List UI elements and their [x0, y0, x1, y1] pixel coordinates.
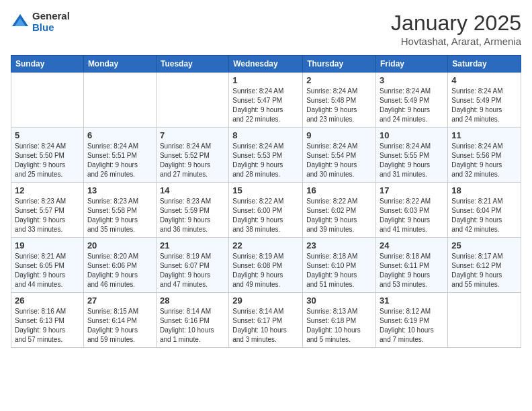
- week-row-5: 26Sunrise: 8:16 AMSunset: 6:13 PMDayligh…: [11, 293, 521, 348]
- day-number: 7: [160, 130, 225, 140]
- day-info: Sunrise: 8:19 AMSunset: 6:08 PMDaylight:…: [232, 252, 299, 289]
- day-number: 27: [87, 295, 152, 306]
- table-row: 27Sunrise: 8:15 AMSunset: 6:14 PMDayligh…: [83, 293, 156, 348]
- day-info: Sunrise: 8:12 AMSunset: 6:19 PMDaylight:…: [380, 307, 444, 345]
- day-number: 26: [15, 295, 80, 306]
- day-info: Sunrise: 8:20 AMSunset: 6:06 PMDaylight:…: [87, 252, 152, 289]
- day-number: 22: [232, 240, 299, 250]
- table-row: 12Sunrise: 8:23 AMSunset: 5:57 PMDayligh…: [11, 183, 84, 238]
- table-row: 6Sunrise: 8:24 AMSunset: 5:51 PMDaylight…: [83, 128, 156, 183]
- table-row: 7Sunrise: 8:24 AMSunset: 5:52 PMDaylight…: [156, 128, 228, 183]
- table-row: 25Sunrise: 8:17 AMSunset: 6:12 PMDayligh…: [448, 238, 521, 293]
- day-info: Sunrise: 8:21 AMSunset: 6:04 PMDaylight:…: [451, 197, 517, 234]
- day-number: 14: [160, 185, 225, 195]
- col-thursday: Thursday: [303, 56, 376, 73]
- day-info: Sunrise: 8:24 AMSunset: 5:54 PMDaylight:…: [306, 142, 372, 179]
- col-saturday: Saturday: [448, 56, 521, 73]
- day-number: 28: [160, 295, 225, 306]
- table-row: 8Sunrise: 8:24 AMSunset: 5:53 PMDaylight…: [229, 128, 303, 183]
- logo-text: General Blue: [32, 11, 70, 33]
- day-number: 29: [232, 295, 299, 306]
- day-info: Sunrise: 8:24 AMSunset: 5:53 PMDaylight:…: [232, 142, 299, 179]
- table-row: 17Sunrise: 8:22 AMSunset: 6:03 PMDayligh…: [376, 183, 448, 238]
- table-row: 11Sunrise: 8:24 AMSunset: 5:56 PMDayligh…: [448, 128, 521, 183]
- table-row: 13Sunrise: 8:23 AMSunset: 5:58 PMDayligh…: [83, 183, 156, 238]
- day-number: 13: [87, 185, 152, 195]
- day-number: 23: [306, 240, 372, 250]
- day-info: Sunrise: 8:24 AMSunset: 5:55 PMDaylight:…: [380, 142, 444, 179]
- table-row: 21Sunrise: 8:19 AMSunset: 6:07 PMDayligh…: [156, 238, 228, 293]
- day-number: 11: [451, 130, 517, 140]
- table-row: 1Sunrise: 8:24 AMSunset: 5:47 PMDaylight…: [229, 73, 303, 128]
- logo: General Blue: [11, 11, 70, 33]
- day-number: 16: [306, 185, 372, 195]
- table-row: 4Sunrise: 8:24 AMSunset: 5:49 PMDaylight…: [448, 73, 521, 128]
- page-header: General Blue January 2025 Hovtashat, Ara…: [11, 11, 521, 47]
- table-row: 9Sunrise: 8:24 AMSunset: 5:54 PMDaylight…: [303, 128, 376, 183]
- table-row: 15Sunrise: 8:22 AMSunset: 6:00 PMDayligh…: [229, 183, 303, 238]
- day-number: 2: [306, 75, 372, 85]
- day-info: Sunrise: 8:21 AMSunset: 6:05 PMDaylight:…: [15, 252, 80, 289]
- day-number: 15: [232, 185, 299, 195]
- table-row: 3Sunrise: 8:24 AMSunset: 5:49 PMDaylight…: [376, 73, 448, 128]
- table-row: 19Sunrise: 8:21 AMSunset: 6:05 PMDayligh…: [11, 238, 84, 293]
- table-row: 10Sunrise: 8:24 AMSunset: 5:55 PMDayligh…: [376, 128, 448, 183]
- table-row: 14Sunrise: 8:23 AMSunset: 5:59 PMDayligh…: [156, 183, 228, 238]
- month-title: January 2025: [391, 11, 521, 36]
- day-number: 31: [380, 295, 444, 306]
- day-number: 12: [15, 185, 80, 195]
- day-info: Sunrise: 8:24 AMSunset: 5:48 PMDaylight:…: [306, 87, 372, 124]
- day-info: Sunrise: 8:15 AMSunset: 6:14 PMDaylight:…: [87, 307, 152, 345]
- day-number: 19: [15, 240, 80, 250]
- table-row: 23Sunrise: 8:18 AMSunset: 6:10 PMDayligh…: [303, 238, 376, 293]
- day-number: 20: [87, 240, 152, 250]
- day-info: Sunrise: 8:17 AMSunset: 6:12 PMDaylight:…: [451, 252, 517, 289]
- calendar-table: Sunday Monday Tuesday Wednesday Thursday…: [11, 55, 521, 348]
- day-number: 6: [87, 130, 152, 140]
- day-number: 1: [232, 75, 299, 85]
- day-info: Sunrise: 8:23 AMSunset: 5:57 PMDaylight:…: [15, 197, 80, 234]
- table-row: 29Sunrise: 8:14 AMSunset: 6:17 PMDayligh…: [229, 293, 303, 348]
- calendar-header-row: Sunday Monday Tuesday Wednesday Thursday…: [11, 56, 521, 73]
- col-tuesday: Tuesday: [156, 56, 228, 73]
- day-info: Sunrise: 8:22 AMSunset: 6:03 PMDaylight:…: [380, 197, 444, 234]
- table-row: 2Sunrise: 8:24 AMSunset: 5:48 PMDaylight…: [303, 73, 376, 128]
- table-row: 30Sunrise: 8:13 AMSunset: 6:18 PMDayligh…: [303, 293, 376, 348]
- day-info: Sunrise: 8:24 AMSunset: 5:52 PMDaylight:…: [160, 142, 225, 179]
- day-number: 10: [380, 130, 444, 140]
- table-row: 5Sunrise: 8:24 AMSunset: 5:50 PMDaylight…: [11, 128, 84, 183]
- col-wednesday: Wednesday: [229, 56, 303, 73]
- table-row: 22Sunrise: 8:19 AMSunset: 6:08 PMDayligh…: [229, 238, 303, 293]
- day-info: Sunrise: 8:13 AMSunset: 6:18 PMDaylight:…: [306, 307, 372, 345]
- week-row-1: 1Sunrise: 8:24 AMSunset: 5:47 PMDaylight…: [11, 73, 521, 128]
- day-info: Sunrise: 8:18 AMSunset: 6:10 PMDaylight:…: [306, 252, 372, 289]
- title-block: January 2025 Hovtashat, Ararat, Armenia: [391, 11, 521, 47]
- col-friday: Friday: [376, 56, 448, 73]
- week-row-3: 12Sunrise: 8:23 AMSunset: 5:57 PMDayligh…: [11, 183, 521, 238]
- day-info: Sunrise: 8:24 AMSunset: 5:49 PMDaylight:…: [451, 87, 517, 124]
- table-row: 31Sunrise: 8:12 AMSunset: 6:19 PMDayligh…: [376, 293, 448, 348]
- table-row: [83, 73, 156, 128]
- day-info: Sunrise: 8:14 AMSunset: 6:16 PMDaylight:…: [160, 307, 225, 345]
- day-info: Sunrise: 8:24 AMSunset: 5:51 PMDaylight:…: [87, 142, 152, 179]
- day-number: 9: [306, 130, 372, 140]
- table-row: 28Sunrise: 8:14 AMSunset: 6:16 PMDayligh…: [156, 293, 228, 348]
- day-info: Sunrise: 8:19 AMSunset: 6:07 PMDaylight:…: [160, 252, 225, 289]
- table-row: [11, 73, 84, 128]
- col-sunday: Sunday: [11, 56, 84, 73]
- day-number: 3: [380, 75, 444, 85]
- location-label: Hovtashat, Ararat, Armenia: [391, 36, 521, 47]
- logo-icon: [11, 13, 30, 32]
- day-number: 30: [306, 295, 372, 306]
- logo-general-label: General: [32, 11, 70, 22]
- day-number: 8: [232, 130, 299, 140]
- day-info: Sunrise: 8:23 AMSunset: 5:59 PMDaylight:…: [160, 197, 225, 234]
- logo-blue-label: Blue: [32, 22, 70, 34]
- day-number: 24: [380, 240, 444, 250]
- day-info: Sunrise: 8:14 AMSunset: 6:17 PMDaylight:…: [232, 307, 299, 345]
- day-info: Sunrise: 8:24 AMSunset: 5:47 PMDaylight:…: [232, 87, 299, 124]
- table-row: [448, 293, 521, 348]
- day-info: Sunrise: 8:18 AMSunset: 6:11 PMDaylight:…: [380, 252, 444, 289]
- day-number: 17: [380, 185, 444, 195]
- day-info: Sunrise: 8:24 AMSunset: 5:56 PMDaylight:…: [451, 142, 517, 179]
